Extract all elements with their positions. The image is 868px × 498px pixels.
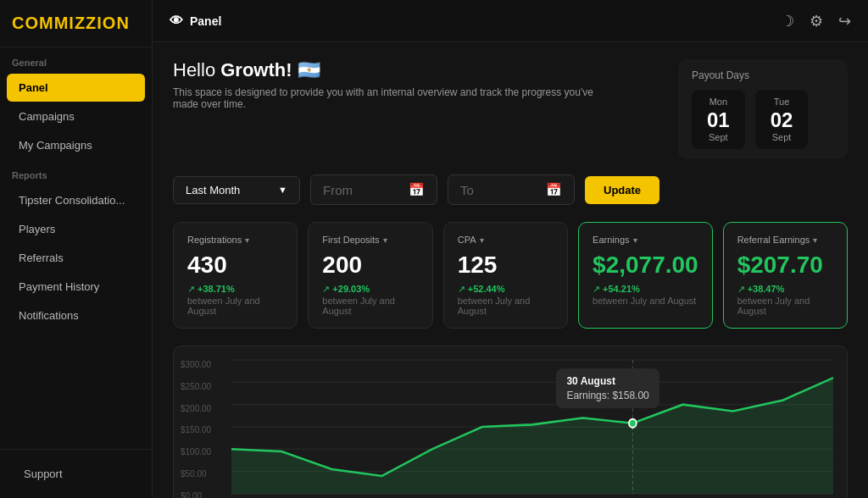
gear-icon[interactable]: ⚙ (810, 12, 823, 30)
stat-trend: ↗ +52.44% (458, 284, 554, 295)
trend-arrow-icon: ↗ (737, 284, 745, 295)
to-placeholder: To (460, 183, 474, 197)
sidebar: COMMIZZION General PanelCampaignsMy Camp… (0, 0, 153, 498)
payout-days-cols: Mon 01 SeptTue 02 Sept (692, 90, 834, 149)
payout-day-month: Sept (771, 132, 793, 142)
payout-day-num: 01 (707, 110, 730, 130)
filter-row: Last Month ▼ From 📅 To 📅 Update (173, 174, 848, 205)
chevron-down-icon: ▾ (633, 235, 637, 245)
stat-card-registrations: Registrations ▾ 430 ↗ +38.71% between Ju… (173, 222, 298, 329)
stat-label: Referral Earnings (737, 235, 810, 245)
period-label: Last Month (186, 184, 240, 196)
reports-section-label: Reports (0, 160, 152, 185)
stat-card-first-deposits: First Deposits ▾ 200 ↗ +29.03% between J… (308, 222, 432, 329)
eye-icon: 👁 (170, 14, 183, 29)
chart-y-label: $100.00 (181, 447, 211, 456)
chevron-down-icon: ▾ (480, 235, 484, 245)
stat-card-header: Registrations ▾ (187, 235, 283, 245)
topbar: 👁 Panel ☽ ⚙ ↪ (153, 0, 868, 42)
trend-arrow-icon: ↗ (593, 284, 600, 295)
sidebar-item-payment-history[interactable]: Payment History (7, 273, 145, 301)
stat-card-cpa: CPA ▾ 125 ↗ +52.44% between July and Aug… (443, 222, 568, 329)
sidebar-item-panel[interactable]: Panel (7, 74, 145, 102)
sidebar-item-campaigns[interactable]: Campaigns (7, 102, 145, 130)
trend-arrow-icon: ↗ (322, 284, 330, 295)
chart-y-label: $200.00 (181, 404, 211, 413)
page-title: Panel (190, 14, 221, 28)
chart-y-labels: $300.00$250.00$200.00$150.00$100.00$50.0… (174, 360, 218, 498)
trend-arrow-icon: ↗ (187, 284, 195, 295)
sidebar-item-players[interactable]: Players (7, 215, 145, 243)
stat-label: Earnings (593, 235, 629, 245)
payout-days-title: Payout Days (692, 69, 834, 81)
stat-card-earnings: Earnings ▾ $2,077.00 ↗ +54.21% between J… (578, 222, 713, 329)
payout-day-mon: Mon 01 Sept (692, 90, 745, 149)
chart-y-label: $150.00 (181, 425, 211, 434)
stat-card-header: Referral Earnings ▾ (737, 235, 833, 245)
trend-arrow-icon: ↗ (458, 284, 465, 295)
stat-trend: ↗ +54.21% (593, 284, 698, 295)
chart-tooltip-value: Earnings: $158.00 (566, 390, 648, 401)
stat-card-header: CPA ▾ (458, 235, 554, 245)
stat-trend-desc: between July and August (322, 296, 418, 316)
stat-card-header: Earnings ▾ (593, 235, 698, 245)
chevron-down-icon: ▾ (245, 235, 249, 245)
main-area: 👁 Panel ☽ ⚙ ↪ Hello Growth! 🇦🇷 This spac… (153, 0, 868, 498)
stat-trend-pct: +38.71% (198, 284, 235, 294)
payout-day-num: 02 (771, 110, 793, 130)
stat-label: Registrations (187, 235, 242, 245)
sidebar-item-tipster[interactable]: Tipster Consolidatio... (7, 186, 145, 214)
stat-value: 430 (187, 252, 283, 279)
sidebar-item-my-campaigns[interactable]: My Campaigns (7, 131, 145, 159)
stat-card-header: First Deposits ▾ (322, 235, 418, 245)
chart-container: $300.00$250.00$200.00$150.00$100.00$50.0… (173, 346, 848, 498)
calendar-icon: 📅 (409, 182, 425, 197)
moon-icon[interactable]: ☽ (781, 12, 794, 30)
payout-days: Payout Days Mon 01 SeptTue 02 Sept (678, 59, 848, 159)
svg-point-8 (629, 419, 637, 428)
logout-icon[interactable]: ↪ (838, 12, 851, 30)
sidebar-item-notifications[interactable]: Notifications (7, 302, 145, 329)
stat-trend-pct: +29.03% (332, 284, 370, 294)
from-placeholder: From (323, 183, 353, 197)
stat-trend-desc: between July and August (458, 296, 554, 316)
topbar-left: 👁 Panel (170, 14, 221, 29)
payout-day-tue: Tue 02 Sept (755, 90, 809, 149)
chart-y-label: $50.00 (181, 469, 211, 479)
stat-trend-desc: between July and August (593, 296, 698, 306)
stat-trend-pct: +54.21% (603, 284, 640, 294)
hello-row: Hello Growth! 🇦🇷 This space is designed … (173, 59, 848, 159)
stats-row: Registrations ▾ 430 ↗ +38.71% between Ju… (173, 222, 848, 329)
stat-trend-desc: between July and August (737, 296, 833, 316)
topbar-icons: ☽ ⚙ ↪ (781, 12, 851, 30)
hello-text: Hello Growth! 🇦🇷 This space is designed … (173, 59, 614, 110)
to-input[interactable]: To 📅 (448, 174, 575, 205)
chart-tooltip: 30 August Earnings: $158.00 (556, 368, 659, 408)
chart-y-label: $250.00 (181, 382, 211, 391)
stat-trend-desc: between July and August (187, 296, 283, 316)
app-logo: COMMIZZION (0, 0, 152, 47)
chevron-down-icon: ▼ (278, 185, 287, 195)
sidebar-bottom: Support (0, 449, 152, 498)
payout-day-month: Sept (707, 132, 730, 142)
chevron-down-icon: ▾ (813, 235, 817, 245)
period-select[interactable]: Last Month ▼ (173, 176, 300, 204)
stat-value: 200 (322, 252, 418, 279)
chevron-down-icon: ▾ (383, 235, 387, 245)
stat-trend: ↗ +29.03% (322, 284, 418, 295)
payout-day-name: Tue (771, 97, 793, 107)
stat-trend-pct: +52.44% (468, 284, 505, 294)
greeting-plain: Hello (173, 59, 220, 80)
sidebar-item-support[interactable]: Support (12, 460, 140, 488)
stat-value: $207.70 (737, 252, 833, 279)
from-input[interactable]: From 📅 (310, 174, 437, 205)
chart-y-label: $0.00 (181, 491, 211, 498)
stat-trend-pct: +38.47% (748, 284, 785, 294)
stat-value: $2,077.00 (593, 252, 698, 279)
content-area: Hello Growth! 🇦🇷 This space is designed … (153, 42, 868, 498)
update-button[interactable]: Update (585, 176, 659, 204)
calendar-icon-2: 📅 (546, 182, 562, 197)
chart-svg (231, 360, 833, 494)
sidebar-item-referrals[interactable]: Referrals (7, 244, 145, 272)
greeting-description: This space is designed to provide you wi… (173, 86, 614, 110)
